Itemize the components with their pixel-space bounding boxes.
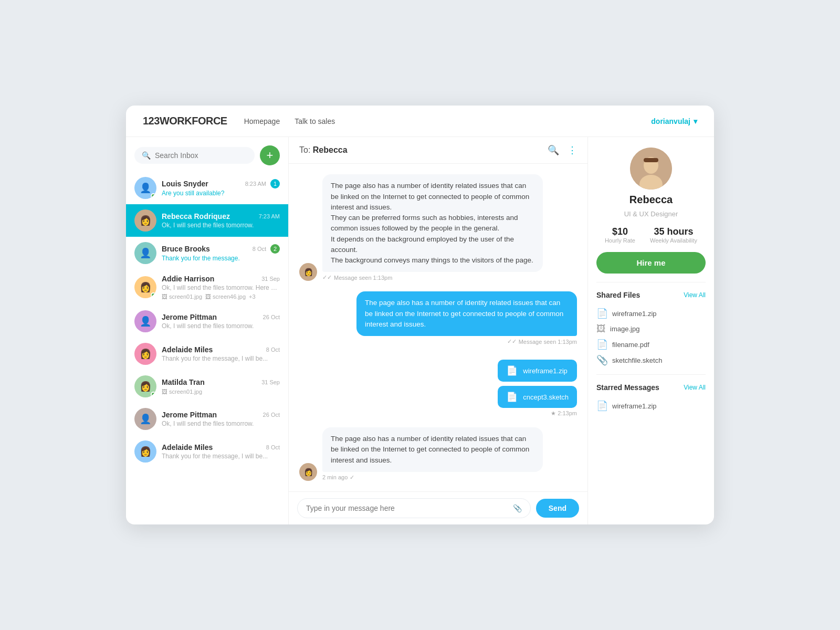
- message-input[interactable]: [306, 504, 509, 512]
- message-bubble: The page also has a number of identity r…: [322, 174, 543, 272]
- message-row: 👩 The page also has a number of identity…: [299, 427, 577, 481]
- svg-rect-3: [644, 158, 658, 162]
- brand-number: 123: [143, 115, 160, 127]
- avatar: 👤: [134, 408, 156, 430]
- message-bubble: The page also has a number of identity r…: [356, 291, 577, 336]
- contact-preview: Thank you for the message, I will be...: [162, 355, 280, 362]
- profile-section: Rebecca UI & UX Designer: [596, 148, 706, 218]
- contact-attachments: 🖼 screen01.jpg: [162, 388, 280, 395]
- search-input[interactable]: [155, 151, 247, 160]
- message-content: The page also has a number of identity r…: [322, 174, 543, 281]
- message-bubble: The page also has a number of identity r…: [322, 427, 543, 472]
- weekly-availability-stat: 35 hours Weekly Availability: [650, 226, 697, 244]
- file-chip[interactable]: 📄 cncept3.sketch: [498, 386, 577, 408]
- file-row: 📎 sketchfile.sketch: [596, 354, 706, 366]
- hire-button[interactable]: Hire me: [596, 252, 706, 274]
- app-card: 123WORKFORCE Homepage Talk to sales dori…: [126, 106, 714, 524]
- contact-preview: Ok, I will send the files tomorrow.: [162, 420, 280, 427]
- message-row: 👩 The page also has a number of identity…: [299, 174, 577, 281]
- divider: [596, 374, 706, 375]
- main-layout: 🔍 + 👤 Louis Snyder 8:2: [126, 137, 714, 524]
- nav-talk-to-sales[interactable]: Talk to sales: [295, 117, 335, 125]
- contact-info: Matilda Tran 31 Sep 🖼 screen01.jpg: [162, 378, 280, 395]
- search-chat-button[interactable]: 🔍: [548, 144, 559, 156]
- avatar: 👩: [134, 209, 156, 232]
- file-chip[interactable]: 📄 wireframe1.zip: [498, 360, 577, 382]
- more-options-button[interactable]: ⋮: [568, 144, 577, 156]
- contact-item-rebecca[interactable]: 👩 Rebecca Rodriquez 7:23 AM Ok, I will s…: [126, 204, 288, 237]
- avatar: 👤: [134, 177, 156, 199]
- avatar: 👩: [134, 343, 156, 365]
- top-nav: 123WORKFORCE Homepage Talk to sales dori…: [126, 106, 714, 137]
- plus-more: +3: [249, 293, 256, 300]
- attachment-thumb: 🖼 screen46.jpg: [205, 293, 246, 300]
- contact-item-bruce[interactable]: 👤 Bruce Brooks 8 Oct 2 Thank you for the…: [126, 237, 288, 269]
- avatar: 👤: [134, 310, 156, 332]
- contact-item-louis[interactable]: 👤 Louis Snyder 8:23 AM 1 Are you still a…: [126, 172, 288, 204]
- chat-recipient: To: Rebecca: [299, 145, 348, 155]
- view-all-starred-link[interactable]: View All: [684, 384, 706, 391]
- nav-homepage[interactable]: Homepage: [244, 117, 280, 125]
- message-time: Message seen 1:13pm: [519, 339, 577, 345]
- message-time: 2 min ago: [322, 474, 348, 480]
- contact-name: Jerome Pittman: [162, 313, 217, 321]
- star-meta: ★ 2:13pm: [498, 410, 577, 417]
- contact-info: Addie Harrison 31 Sep Ok, I will send th…: [162, 275, 280, 300]
- message-meta: ✓✓ Message seen 1:13pm: [322, 274, 543, 281]
- message-avatar: 👩: [299, 463, 317, 481]
- contact-info: Jerome Pittman 26 Oct Ok, I will send th…: [162, 411, 280, 427]
- message-content: The page also has a number of identity r…: [356, 291, 577, 345]
- weekly-availability-value: 35 hours: [650, 226, 697, 237]
- right-panel: Rebecca UI & UX Designer $10 Hourly Rate…: [588, 137, 714, 524]
- search-box[interactable]: 🔍: [134, 147, 255, 164]
- user-menu[interactable]: dorianvulaj ▾: [651, 117, 697, 125]
- hourly-rate-stat: $10 Hourly Rate: [605, 226, 635, 244]
- messages-list: 👩 The page also has a number of identity…: [289, 164, 587, 491]
- attachment-icon[interactable]: 📎: [513, 504, 522, 512]
- avatar: 👩: [134, 440, 156, 463]
- profile-role: UI & UX Designer: [624, 210, 678, 218]
- online-indicator: [151, 392, 156, 397]
- contact-item-adelaide2[interactable]: 👩 Adelaide Miles 8 Oct Thank you for the…: [126, 435, 288, 468]
- view-all-files-link[interactable]: View All: [684, 291, 706, 299]
- file-icon: 📄: [596, 339, 608, 350]
- contact-item-jerome1[interactable]: 👤 Jerome Pittman 26 Oct Ok, I will send …: [126, 305, 288, 338]
- file-icon: 📄: [596, 308, 608, 319]
- contact-name: Adelaide Miles: [162, 443, 213, 452]
- message-input-box[interactable]: 📎: [297, 498, 531, 518]
- contact-item-jerome2[interactable]: 👤 Jerome Pittman 26 Oct Ok, I will send …: [126, 403, 288, 435]
- contact-item-matilda[interactable]: 👩 Matilda Tran 31 Sep 🖼 screen01.jpg: [126, 370, 288, 403]
- file-name: wireframe1.zip: [612, 310, 657, 318]
- file-icon: 🖼: [596, 323, 606, 334]
- contact-item-addie[interactable]: 👩 Addie Harrison 31 Sep Ok, I will send …: [126, 269, 288, 305]
- contact-info: Adelaide Miles 8 Oct Thank you for the m…: [162, 443, 280, 460]
- file-row: 📄 wireframe1.zip: [596, 308, 706, 319]
- seen-icon: ✓: [350, 474, 354, 481]
- avatar-image: [630, 148, 672, 190]
- chat-header-icons: 🔍 ⋮: [548, 144, 577, 156]
- contact-preview: Ok, I will send the files tomorrow.: [162, 322, 280, 330]
- starred-file-row: 📄 wireframe1.zip: [596, 400, 706, 412]
- contact-time: 8 Oct: [266, 444, 280, 450]
- profile-name: Rebecca: [629, 194, 673, 206]
- contact-name: Addie Harrison: [162, 275, 214, 283]
- contact-preview: Thank you for the message.: [162, 255, 280, 262]
- contact-name: Jerome Pittman: [162, 411, 217, 419]
- contact-name: Rebecca Rodriquez: [162, 212, 230, 220]
- brand-logo[interactable]: 123WORKFORCE: [143, 115, 227, 127]
- add-conversation-button[interactable]: +: [260, 145, 280, 165]
- file-icon: 📄: [596, 400, 608, 412]
- file-name: cncept3.sketch: [523, 393, 569, 401]
- file-name: image.jpg: [610, 325, 639, 333]
- brand-name: WORKFORCE: [160, 115, 227, 127]
- contact-time: 8 Oct: [266, 346, 280, 353]
- contact-item-adelaide1[interactable]: 👩 Adelaide Miles 8 Oct Thank you for the…: [126, 338, 288, 370]
- message-row-files: 📄 wireframe1.zip 📄 cncept3.sketch ★ 2:13…: [299, 355, 577, 417]
- contact-preview: Are you still available?: [162, 190, 280, 197]
- send-button[interactable]: Send: [536, 499, 579, 518]
- file-name: wireframe1.zip: [523, 367, 568, 375]
- to-label: To:: [299, 145, 310, 154]
- file-row: 🖼 image.jpg: [596, 323, 706, 334]
- file-attachments: 📄 wireframe1.zip 📄 cncept3.sketch: [498, 360, 577, 408]
- contact-preview: Ok, I will send the files tomorrow.: [162, 222, 280, 229]
